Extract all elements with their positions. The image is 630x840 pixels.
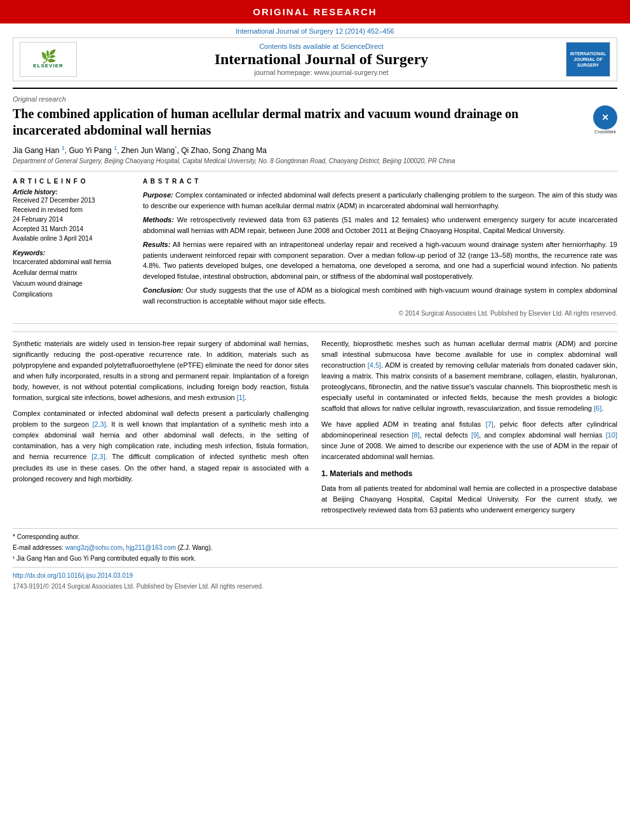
keywords-block: Keywords: Incarcerated abdominal wall he…: [13, 250, 130, 300]
abstract-purpose: Purpose: Complex contaminated or infecte…: [143, 190, 617, 211]
abstract-column: A B S T R A C T Purpose: Complex contami…: [143, 178, 617, 317]
abstract-methods: Methods: We retrospectively reviewed dat…: [143, 215, 617, 236]
journal-title: International Journal of Surgery: [77, 50, 566, 69]
journal-citation: International Journal of Surgery 12 (201…: [0, 23, 630, 37]
email-1[interactable]: wang3zj@sohu.com: [65, 544, 123, 551]
body-r-p1: Recently, bioprosthetic meshes such as h…: [321, 338, 617, 414]
footer-divider: [13, 567, 617, 568]
available-date: Available online 3 April 2014: [13, 234, 130, 243]
article-info-title: A R T I C L E I N F O: [13, 178, 130, 185]
elsevier-logo: 🌿 ELSEVIER: [20, 42, 77, 77]
results-label: Results:: [143, 241, 170, 248]
keyword-3: Vacuum wound drainage: [13, 278, 130, 289]
doi-link[interactable]: http://dx.doi.org/10.1016/j.ijsu.2014.03…: [13, 571, 617, 580]
article-info-column: A R T I C L E I N F O Article history: R…: [13, 178, 130, 317]
ref-4-5[interactable]: [4,5]: [368, 361, 381, 369]
ref-10[interactable]: [10]: [606, 431, 617, 439]
authors: Jia Gang Han 1, Guo Yi Pang 1, Zhen Jun …: [13, 145, 617, 155]
footnote-1: ¹ Jia Gang Han and Guo Yi Pang contribut…: [13, 554, 617, 563]
ref-2-3[interactable]: [2,3]: [92, 420, 105, 428]
keyword-2: Acellular dermal matrix: [13, 267, 130, 278]
purpose-text: Complex contaminated or infected abdomin…: [143, 191, 617, 210]
sciencedirect-link[interactable]: ScienceDirect: [340, 43, 384, 50]
revised-label: Received in revised form: [13, 205, 130, 215]
accepted-date: Accepted 31 March 2014: [13, 224, 130, 234]
keywords-label: Keywords:: [13, 250, 130, 257]
body-p1: Synthetic materials are widely used in t…: [13, 338, 309, 403]
title-row: The combined application of human acellu…: [13, 105, 617, 145]
ref-6[interactable]: [6]: [594, 404, 601, 412]
journal-homepage: journal homepage: www.journal-surgery.ne…: [77, 69, 566, 76]
footer-copyright: 1743-9191/© 2014 Surgical Associates Ltd…: [13, 583, 617, 590]
ref-2-3b[interactable]: [2,3]: [91, 453, 105, 460]
body-section: Synthetic materials are widely used in t…: [13, 331, 617, 521]
expanded-text: expanded: [72, 361, 102, 369]
abstract-results: Results: All hernias were repaired with …: [143, 239, 617, 281]
elsevier-tree-icon: 🌿: [41, 50, 57, 63]
body-r-p3: Data from all patients treated for abdom…: [321, 483, 617, 516]
keywords-list: Incarcerated abdominal wall hernia Acell…: [13, 257, 130, 300]
top-banner: ORIGINAL RESEARCH: [0, 0, 630, 23]
abstract-conclusion: Conclusion: Our study suggests that the …: [143, 285, 617, 306]
methods-text: We retrospectively reviewed data from 63…: [143, 216, 617, 234]
email-suffix: (Z.J. Wang).: [176, 544, 212, 551]
ref-7[interactable]: [7]: [486, 420, 493, 428]
crossmark-icon: [593, 105, 617, 130]
article-info-abstract: A R T I C L E I N F O Article history: R…: [13, 171, 617, 317]
section-label: Original research: [13, 95, 617, 103]
results-text: All hernias were repaired with an intrap…: [143, 241, 617, 280]
crossmark-label: CrossMark: [593, 130, 617, 134]
contents-text: Contents lists available at: [259, 43, 340, 50]
keyword-1: Incarcerated abdominal wall hernia: [13, 257, 130, 267]
body-left-col: Synthetic materials are widely used in t…: [13, 338, 309, 521]
elsevier-wordmark: ELSEVIER: [33, 63, 64, 69]
keyword-4: Complications: [13, 289, 130, 300]
footer-section: * Corresponding author. E-mail addresses…: [13, 528, 617, 590]
ijs-logo-text: INTERNATIONALJOURNAL OFSURGERY: [570, 51, 607, 68]
purpose-label: Purpose:: [143, 191, 173, 199]
crossmark-badge[interactable]: CrossMark: [593, 105, 617, 134]
body-two-col: Synthetic materials are widely used in t…: [13, 338, 617, 521]
conclusion-label: Conclusion:: [143, 286, 184, 294]
ijs-logo: INTERNATIONALJOURNAL OFSURGERY: [566, 42, 610, 77]
ref-1[interactable]: [1]: [237, 394, 245, 401]
methods-label: Methods:: [143, 216, 174, 223]
journal-header: 🌿 ELSEVIER Contents lists available at S…: [13, 37, 617, 81]
email-label: E-mail addresses:: [13, 544, 65, 551]
ref-9[interactable]: [9]: [471, 431, 479, 439]
affiliation: Department of General Surgery, Beijing C…: [13, 157, 617, 164]
body-right-col: Recently, bioprosthetic meshes such as h…: [321, 338, 617, 521]
abstract-copyright: © 2014 Surgical Associates Ltd. Publishe…: [143, 310, 617, 317]
section-heading-methods: 1. Materials and methods: [321, 468, 617, 480]
journal-header-center: Contents lists available at ScienceDirec…: [77, 43, 566, 76]
article-history-block: Article history: Received 27 December 20…: [13, 189, 130, 243]
conclusion-text: Our study suggests that the use of ADM a…: [143, 286, 617, 305]
abstract-title: A B S T R A C T: [143, 178, 617, 185]
received-date: Received 27 December 2013: [13, 196, 130, 205]
history-label: Article history:: [13, 189, 130, 196]
body-r-p2: We have applied ADM in treating anal fis…: [321, 419, 617, 462]
email-2[interactable]: hjg211@163.com: [126, 544, 177, 551]
main-content: Original research The combined applicati…: [13, 88, 617, 324]
email-note: E-mail addresses: wang3zj@sohu.com, hjg2…: [13, 543, 617, 552]
article-title: The combined application of human acellu…: [13, 105, 586, 138]
contents-line: Contents lists available at ScienceDirec…: [77, 43, 566, 50]
revised-date: 24 February 2014: [13, 215, 130, 224]
corresponding-note: * Corresponding author.: [13, 533, 617, 542]
body-p2: Complex contaminated or infected abdomin…: [13, 408, 309, 484]
ref-8[interactable]: [8]: [412, 431, 420, 439]
